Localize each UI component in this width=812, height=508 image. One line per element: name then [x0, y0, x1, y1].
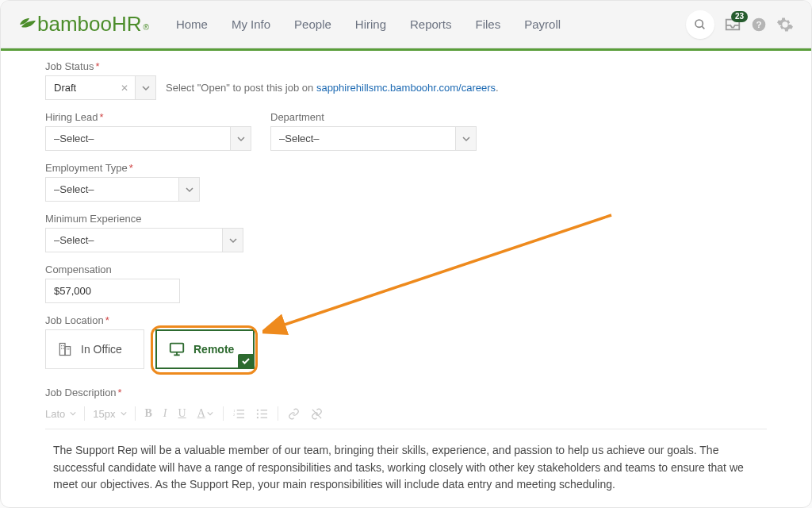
svg-point-0 — [695, 20, 703, 27]
chevron-down-icon — [121, 410, 127, 417]
chevron-down-icon[interactable] — [135, 76, 155, 99]
employment-type-select[interactable]: –Select– — [45, 177, 200, 202]
unlink-icon — [311, 408, 323, 420]
chevron-down-icon — [70, 410, 76, 417]
nav-reports[interactable]: Reports — [400, 11, 462, 37]
rte-link[interactable] — [286, 408, 301, 420]
search-icon — [694, 18, 707, 31]
check-icon — [238, 354, 254, 368]
hiring-lead-select[interactable]: –Select– — [45, 126, 251, 151]
svg-rect-5 — [65, 347, 71, 356]
rte-bold[interactable]: B — [144, 407, 154, 420]
help-icon: ? — [751, 17, 767, 33]
department-select[interactable]: –Select– — [270, 126, 477, 151]
clear-icon[interactable]: ✕ — [114, 83, 135, 94]
help-button[interactable]: ? — [751, 17, 767, 33]
location-remote-label: Remote — [193, 343, 234, 356]
nav-my-info[interactable]: My Info — [222, 11, 280, 37]
building-icon — [57, 341, 73, 357]
rte-italic[interactable]: I — [162, 407, 169, 420]
main-nav: Home My Info People Hiring Reports Files… — [167, 11, 570, 37]
employment-type-label: Employment Type* — [45, 162, 200, 174]
svg-point-20 — [257, 409, 259, 410]
location-in-office[interactable]: In Office — [45, 329, 144, 369]
rte-unlink[interactable] — [309, 408, 324, 420]
gear-icon — [776, 16, 794, 33]
compensation-label: Compensation — [45, 264, 180, 275]
settings-button[interactable] — [776, 16, 794, 33]
svg-rect-12 — [170, 344, 184, 352]
compensation-input[interactable] — [45, 279, 180, 303]
job-description-label: Job Description* — [45, 387, 767, 398]
svg-rect-10 — [67, 348, 67, 349]
inbox-button[interactable]: 23 — [724, 16, 741, 33]
nav-hiring[interactable]: Hiring — [346, 11, 396, 37]
list-ul-icon — [256, 408, 268, 420]
job-status-value: Draft — [46, 82, 114, 94]
min-experience-select[interactable]: –Select– — [45, 228, 243, 252]
svg-point-21 — [257, 413, 259, 414]
svg-text:1: 1 — [233, 408, 236, 412]
svg-text:2: 2 — [233, 413, 236, 417]
location-remote[interactable]: Remote — [155, 329, 255, 369]
monitor-icon — [168, 341, 186, 358]
chevron-down-icon — [230, 127, 251, 150]
nav-payroll[interactable]: Payroll — [515, 11, 570, 37]
job-status-select[interactable]: Draft ✕ — [45, 75, 156, 100]
svg-line-1 — [702, 26, 704, 29]
chevron-down-icon — [455, 127, 476, 150]
list-ol-icon: 1 2 — [233, 408, 245, 420]
rte-toolbar: Lato 15px B I U A 1 2 — [45, 402, 767, 429]
brand-logo: bambooHR® — [18, 12, 149, 37]
svg-point-22 — [257, 417, 259, 418]
brand-text: bambooHR — [37, 12, 142, 37]
nav-files[interactable]: Files — [466, 11, 511, 37]
svg-rect-8 — [61, 348, 62, 348]
job-status-hint: Select "Open" to post this job on sapphi… — [166, 82, 499, 94]
svg-rect-11 — [68, 348, 69, 349]
svg-rect-6 — [61, 345, 62, 346]
svg-text:?: ? — [756, 19, 761, 29]
link-icon — [288, 408, 300, 420]
search-button[interactable] — [686, 10, 714, 39]
job-location-label: Job Location* — [45, 314, 255, 326]
rte-size-select[interactable]: 15px — [93, 408, 126, 420]
chevron-down-icon — [178, 178, 199, 201]
hiring-lead-label: Hiring Lead* — [45, 111, 251, 123]
nav-home[interactable]: Home — [167, 11, 217, 37]
job-form: Job Status* Draft ✕ Select "Open" to pos… — [1, 51, 811, 508]
rte-ul[interactable] — [255, 408, 270, 420]
svg-rect-9 — [63, 348, 64, 348]
min-experience-label: Minimum Experience — [45, 213, 243, 225]
rte-text-color[interactable]: A — [196, 407, 215, 420]
rte-ol[interactable]: 1 2 — [232, 408, 247, 420]
location-in-office-label: In Office — [81, 343, 122, 356]
rte-font-select[interactable]: Lato — [45, 408, 76, 420]
inbox-badge: 23 — [731, 11, 748, 22]
careers-link[interactable]: sapphirehillsmc.bamboohr.com/careers — [316, 82, 496, 94]
chevron-down-icon — [207, 410, 213, 417]
svg-rect-4 — [59, 344, 65, 356]
rte-underline[interactable]: U — [177, 407, 188, 420]
department-label: Department — [270, 111, 477, 123]
job-status-label: Job Status* — [45, 60, 499, 72]
nav-people[interactable]: People — [285, 11, 341, 37]
brand-reg: ® — [144, 23, 149, 32]
chevron-down-icon — [222, 229, 243, 252]
svg-rect-7 — [63, 345, 64, 346]
leaf-icon — [18, 15, 37, 34]
job-description-text[interactable]: The Support Rep will be a valuable membe… — [45, 442, 767, 508]
app-header: bambooHR® Home My Info People Hiring Rep… — [1, 1, 811, 48]
